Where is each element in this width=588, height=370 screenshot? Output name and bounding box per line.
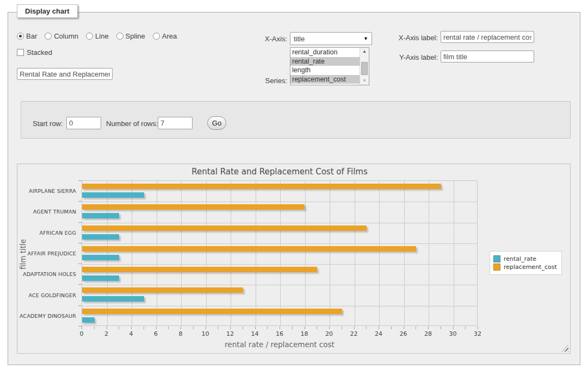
- series-multiselect[interactable]: rental_durationrental_ratelengthreplacem…: [290, 47, 369, 85]
- y-tick-mark: [78, 305, 82, 306]
- x-tick-mark: [366, 327, 367, 329]
- radio-icon[interactable]: [86, 33, 93, 40]
- bar-replacement_cost: [82, 225, 367, 231]
- vertical-gridline: [107, 181, 108, 325]
- category-label: AFRICAN EGG: [17, 230, 76, 236]
- chart-type-radio-area[interactable]: Area: [153, 32, 177, 40]
- x-tick-mark: [404, 327, 404, 329]
- y-tick-mark: [78, 284, 82, 285]
- x-tick-label: 10: [197, 330, 214, 337]
- chart-title-input[interactable]: [17, 68, 113, 80]
- display-chart-fieldset: Display chart BarColumnLineSplineArea St…: [8, 12, 580, 365]
- horizontal-gridline: [82, 223, 477, 223]
- bar-replacement_cost: [82, 204, 305, 210]
- radio-label: Line: [95, 32, 109, 40]
- horizontal-gridline: [82, 243, 477, 244]
- x-tick-label: 28: [420, 330, 436, 337]
- radio-icon[interactable]: [153, 33, 160, 40]
- vertical-gridline: [429, 181, 429, 325]
- x-axis-select[interactable]: title ▼: [290, 32, 372, 45]
- legend-item-rental_rate: rental_rate: [493, 255, 557, 262]
- vertical-gridline: [132, 181, 132, 325]
- vertical-gridline: [181, 181, 182, 325]
- bar-rental_rate: [82, 213, 119, 218]
- chart-type-radio-column[interactable]: Column: [45, 32, 78, 40]
- chart-type-radio-group: BarColumnLineSplineArea: [17, 32, 181, 40]
- x-tick-label: 6: [148, 330, 164, 337]
- x-tick-mark: [453, 327, 454, 329]
- chart-type-radio-bar[interactable]: Bar: [17, 32, 37, 40]
- vertical-gridline: [280, 181, 281, 325]
- x-tick-mark: [230, 327, 231, 329]
- bar-replacement_cost: [82, 184, 441, 189]
- x-tick-label: 24: [370, 330, 387, 337]
- number-of-rows-input[interactable]: [158, 117, 193, 129]
- y-tick-mark: [78, 264, 82, 264]
- chart-type-radio-line[interactable]: Line: [86, 32, 109, 40]
- x-tick-mark: [193, 327, 194, 329]
- go-button[interactable]: Go: [207, 116, 226, 130]
- chart-x-axis-title: rental rate / replacement cost: [82, 340, 478, 349]
- radio-icon[interactable]: [116, 33, 123, 40]
- x-tick-label: 18: [296, 330, 313, 337]
- x-tick-label: 16: [271, 330, 288, 337]
- legend-item-replacement_cost: replacement_cost: [493, 264, 557, 271]
- x-tick-label: 20: [321, 330, 337, 337]
- x-tick-mark: [168, 327, 169, 329]
- y-axis-label-caption: Y-Axis label:: [392, 53, 438, 61]
- y-axis-label-input[interactable]: [441, 51, 534, 62]
- x-tick-mark: [218, 327, 218, 329]
- x-tick-mark: [144, 327, 144, 329]
- vertical-gridline: [206, 181, 207, 325]
- x-tick-mark: [267, 327, 268, 329]
- stacked-checkbox-row[interactable]: Stacked: [17, 48, 52, 57]
- x-tick-mark: [280, 327, 280, 329]
- series-option-replacement_cost[interactable]: replacement_cost: [290, 75, 360, 84]
- chart-legend: rental_ratereplacement_cost: [490, 251, 562, 275]
- x-tick-mark: [428, 327, 429, 329]
- series-options: rental_durationrental_ratelengthreplacem…: [290, 48, 360, 85]
- x-tick-mark: [94, 327, 95, 329]
- radio-icon[interactable]: [45, 33, 52, 40]
- bar-replacement_cost: [82, 287, 243, 293]
- plot-area: [82, 180, 478, 326]
- x-tick-mark: [465, 327, 466, 329]
- x-tick-mark: [391, 327, 392, 329]
- x-tick-mark: [156, 327, 157, 329]
- resize-grip-icon[interactable]: [562, 345, 568, 352]
- bar-replacement_cost: [82, 309, 342, 314]
- start-row-input[interactable]: [66, 117, 101, 129]
- vertical-gridline: [305, 181, 306, 325]
- radio-label: Area: [162, 32, 177, 40]
- chart-title: Rental Rate and Replacement Cost of Film…: [82, 167, 478, 177]
- x-tick-label: 8: [172, 330, 189, 337]
- vertical-gridline: [330, 181, 330, 325]
- series-scrollbar[interactable]: ▲ ▼: [360, 48, 369, 85]
- series-option-length[interactable]: length: [290, 66, 360, 75]
- category-label: ADAPTATION HOLES: [17, 271, 76, 277]
- series-option-rental_duration[interactable]: rental_duration: [290, 48, 360, 57]
- horizontal-gridline: [82, 306, 477, 306]
- x-tick-label: 26: [395, 330, 412, 337]
- bar-rental_rate: [82, 234, 119, 240]
- category-label: AFFAIR PREJUDICE: [17, 250, 76, 256]
- scroll-up-icon[interactable]: ▲: [360, 48, 369, 55]
- legend-label: rental_rate: [504, 255, 536, 262]
- scroll-down-icon[interactable]: ▼: [360, 77, 369, 85]
- bar-rental_rate: [82, 192, 144, 198]
- chart-type-radio-spline[interactable]: Spline: [116, 32, 145, 40]
- stacked-checkbox[interactable]: [17, 49, 24, 56]
- x-axis-label-input[interactable]: [441, 31, 534, 43]
- radio-icon[interactable]: [17, 33, 24, 40]
- scrollbar-thumb[interactable]: [361, 62, 368, 75]
- horizontal-gridline: [82, 202, 477, 202]
- stacked-label: Stacked: [27, 48, 52, 57]
- x-tick-label: 14: [247, 330, 263, 337]
- x-tick-mark: [82, 327, 82, 329]
- legend-swatch-icon: [493, 264, 500, 271]
- x-tick-mark: [131, 327, 132, 329]
- series-option-rental_rate[interactable]: rental_rate: [290, 57, 360, 66]
- x-tick-mark: [292, 327, 293, 329]
- number-of-rows-label: Number of rows:: [106, 120, 158, 128]
- vertical-gridline: [355, 181, 355, 325]
